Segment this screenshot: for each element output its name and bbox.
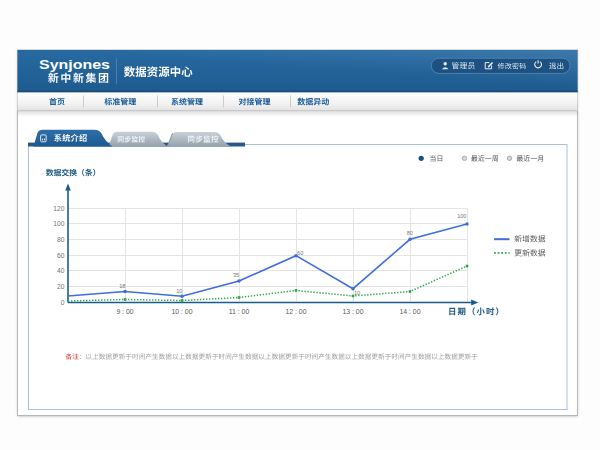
- svg-text:12 : 00: 12 : 00: [285, 308, 306, 315]
- svg-text:18: 18: [119, 283, 125, 289]
- svg-text:10 : 00: 10 : 00: [171, 308, 192, 315]
- svg-text:60: 60: [57, 252, 65, 259]
- svg-text:Synjones: Synjones: [39, 57, 110, 72]
- svg-text:11 : 00: 11 : 00: [229, 308, 250, 315]
- svg-text:35: 35: [233, 272, 239, 278]
- svg-text:14 : 00: 14 : 00: [399, 308, 420, 315]
- svg-text:120: 120: [53, 205, 64, 212]
- svg-text:20: 20: [57, 283, 65, 290]
- svg-text:80: 80: [407, 230, 413, 236]
- svg-text:9 : 00: 9 : 00: [116, 308, 133, 315]
- svg-text:80: 80: [57, 236, 65, 243]
- svg-text:0: 0: [61, 299, 65, 306]
- svg-text:10: 10: [354, 290, 360, 296]
- svg-text:100: 100: [457, 213, 466, 219]
- svg-text:60: 60: [297, 250, 303, 256]
- svg-text:40: 40: [57, 267, 65, 274]
- svg-text:13 : 00: 13 : 00: [342, 308, 363, 315]
- svg-text:10: 10: [176, 288, 182, 294]
- svg-text:100: 100: [53, 220, 64, 227]
